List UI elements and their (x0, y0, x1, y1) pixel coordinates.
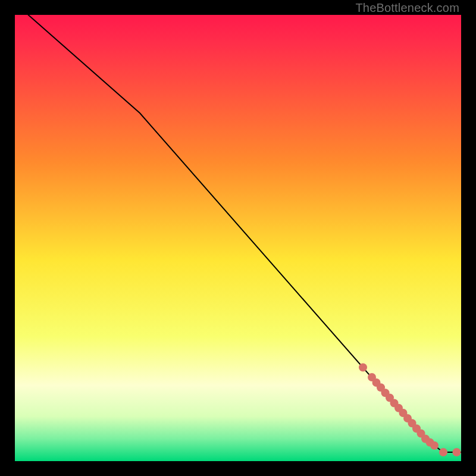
chart-plot (15, 15, 461, 461)
data-point (439, 448, 447, 456)
attribution-text: TheBottleneck.com (355, 1, 459, 15)
gradient-rect (15, 15, 461, 461)
chart-svg (15, 15, 461, 461)
data-point (359, 364, 367, 372)
data-point (453, 448, 461, 456)
data-point (430, 441, 439, 450)
